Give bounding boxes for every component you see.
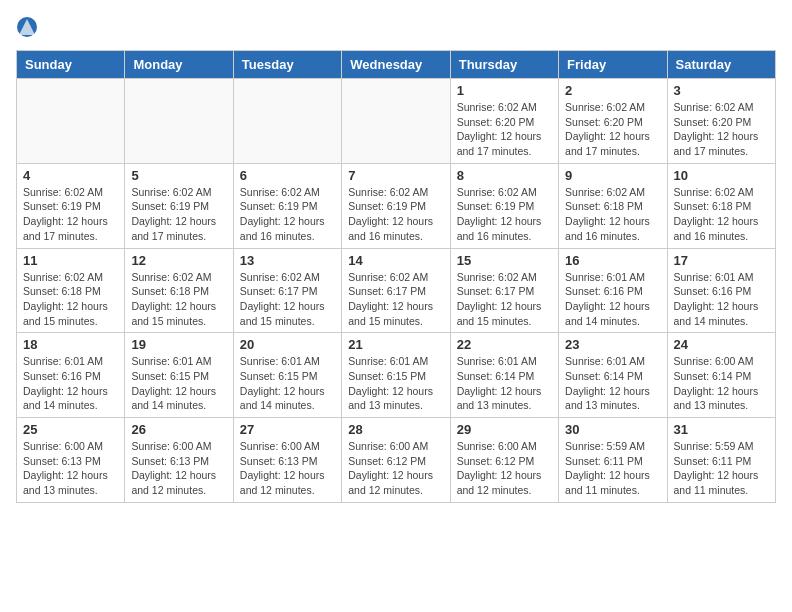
day-info: Sunrise: 6:01 AM Sunset: 6:15 PM Dayligh…: [131, 354, 226, 413]
day-info: Sunrise: 6:01 AM Sunset: 6:16 PM Dayligh…: [565, 270, 660, 329]
logo-icon: [16, 16, 38, 38]
calendar-cell: 7Sunrise: 6:02 AM Sunset: 6:19 PM Daylig…: [342, 163, 450, 248]
day-info: Sunrise: 6:00 AM Sunset: 6:13 PM Dayligh…: [240, 439, 335, 498]
day-number: 13: [240, 253, 335, 268]
calendar-day-header: Monday: [125, 51, 233, 79]
calendar-cell: 26Sunrise: 6:00 AM Sunset: 6:13 PM Dayli…: [125, 418, 233, 503]
day-number: 15: [457, 253, 552, 268]
calendar-week-row: 1Sunrise: 6:02 AM Sunset: 6:20 PM Daylig…: [17, 79, 776, 164]
day-number: 24: [674, 337, 769, 352]
day-info: Sunrise: 6:02 AM Sunset: 6:20 PM Dayligh…: [457, 100, 552, 159]
header: [16, 16, 776, 38]
logo: [16, 16, 40, 38]
day-info: Sunrise: 6:01 AM Sunset: 6:14 PM Dayligh…: [565, 354, 660, 413]
day-number: 20: [240, 337, 335, 352]
calendar-cell: 19Sunrise: 6:01 AM Sunset: 6:15 PM Dayli…: [125, 333, 233, 418]
calendar-cell: 15Sunrise: 6:02 AM Sunset: 6:17 PM Dayli…: [450, 248, 558, 333]
day-info: Sunrise: 6:01 AM Sunset: 6:16 PM Dayligh…: [23, 354, 118, 413]
calendar-week-row: 4Sunrise: 6:02 AM Sunset: 6:19 PM Daylig…: [17, 163, 776, 248]
day-number: 26: [131, 422, 226, 437]
day-number: 19: [131, 337, 226, 352]
calendar-cell: 24Sunrise: 6:00 AM Sunset: 6:14 PM Dayli…: [667, 333, 775, 418]
day-info: Sunrise: 6:01 AM Sunset: 6:14 PM Dayligh…: [457, 354, 552, 413]
day-number: 3: [674, 83, 769, 98]
day-number: 30: [565, 422, 660, 437]
day-info: Sunrise: 6:02 AM Sunset: 6:18 PM Dayligh…: [131, 270, 226, 329]
day-info: Sunrise: 6:02 AM Sunset: 6:20 PM Dayligh…: [565, 100, 660, 159]
calendar-cell: [17, 79, 125, 164]
calendar-cell: 28Sunrise: 6:00 AM Sunset: 6:12 PM Dayli…: [342, 418, 450, 503]
day-number: 8: [457, 168, 552, 183]
day-number: 29: [457, 422, 552, 437]
calendar-cell: 8Sunrise: 6:02 AM Sunset: 6:19 PM Daylig…: [450, 163, 558, 248]
calendar-week-row: 11Sunrise: 6:02 AM Sunset: 6:18 PM Dayli…: [17, 248, 776, 333]
day-info: Sunrise: 6:01 AM Sunset: 6:16 PM Dayligh…: [674, 270, 769, 329]
calendar-day-header: Wednesday: [342, 51, 450, 79]
day-number: 31: [674, 422, 769, 437]
calendar-cell: 23Sunrise: 6:01 AM Sunset: 6:14 PM Dayli…: [559, 333, 667, 418]
calendar-cell: [233, 79, 341, 164]
day-number: 14: [348, 253, 443, 268]
day-info: Sunrise: 6:02 AM Sunset: 6:18 PM Dayligh…: [674, 185, 769, 244]
day-number: 5: [131, 168, 226, 183]
calendar-cell: 9Sunrise: 6:02 AM Sunset: 6:18 PM Daylig…: [559, 163, 667, 248]
day-number: 1: [457, 83, 552, 98]
calendar-day-header: Friday: [559, 51, 667, 79]
day-number: 9: [565, 168, 660, 183]
calendar-day-header: Saturday: [667, 51, 775, 79]
calendar-cell: 4Sunrise: 6:02 AM Sunset: 6:19 PM Daylig…: [17, 163, 125, 248]
day-number: 7: [348, 168, 443, 183]
day-number: 4: [23, 168, 118, 183]
day-info: Sunrise: 6:02 AM Sunset: 6:20 PM Dayligh…: [674, 100, 769, 159]
calendar-cell: 5Sunrise: 6:02 AM Sunset: 6:19 PM Daylig…: [125, 163, 233, 248]
day-info: Sunrise: 6:02 AM Sunset: 6:19 PM Dayligh…: [131, 185, 226, 244]
calendar-day-header: Thursday: [450, 51, 558, 79]
calendar-header-row: SundayMondayTuesdayWednesdayThursdayFrid…: [17, 51, 776, 79]
calendar-cell: 22Sunrise: 6:01 AM Sunset: 6:14 PM Dayli…: [450, 333, 558, 418]
day-number: 6: [240, 168, 335, 183]
calendar-cell: 6Sunrise: 6:02 AM Sunset: 6:19 PM Daylig…: [233, 163, 341, 248]
day-info: Sunrise: 6:02 AM Sunset: 6:18 PM Dayligh…: [565, 185, 660, 244]
day-info: Sunrise: 6:02 AM Sunset: 6:19 PM Dayligh…: [348, 185, 443, 244]
day-number: 28: [348, 422, 443, 437]
calendar-cell: 3Sunrise: 6:02 AM Sunset: 6:20 PM Daylig…: [667, 79, 775, 164]
calendar-cell: 11Sunrise: 6:02 AM Sunset: 6:18 PM Dayli…: [17, 248, 125, 333]
calendar-day-header: Sunday: [17, 51, 125, 79]
day-number: 25: [23, 422, 118, 437]
day-number: 18: [23, 337, 118, 352]
calendar-week-row: 25Sunrise: 6:00 AM Sunset: 6:13 PM Dayli…: [17, 418, 776, 503]
calendar-cell: 17Sunrise: 6:01 AM Sunset: 6:16 PM Dayli…: [667, 248, 775, 333]
day-info: Sunrise: 6:00 AM Sunset: 6:13 PM Dayligh…: [131, 439, 226, 498]
calendar-cell: 31Sunrise: 5:59 AM Sunset: 6:11 PM Dayli…: [667, 418, 775, 503]
calendar-cell: 12Sunrise: 6:02 AM Sunset: 6:18 PM Dayli…: [125, 248, 233, 333]
day-info: Sunrise: 6:00 AM Sunset: 6:13 PM Dayligh…: [23, 439, 118, 498]
calendar-cell: 2Sunrise: 6:02 AM Sunset: 6:20 PM Daylig…: [559, 79, 667, 164]
calendar-cell: 14Sunrise: 6:02 AM Sunset: 6:17 PM Dayli…: [342, 248, 450, 333]
calendar-cell: 10Sunrise: 6:02 AM Sunset: 6:18 PM Dayli…: [667, 163, 775, 248]
day-number: 12: [131, 253, 226, 268]
day-number: 16: [565, 253, 660, 268]
day-info: Sunrise: 6:02 AM Sunset: 6:17 PM Dayligh…: [457, 270, 552, 329]
day-number: 10: [674, 168, 769, 183]
calendar-cell: 13Sunrise: 6:02 AM Sunset: 6:17 PM Dayli…: [233, 248, 341, 333]
day-info: Sunrise: 6:02 AM Sunset: 6:18 PM Dayligh…: [23, 270, 118, 329]
calendar-cell: 1Sunrise: 6:02 AM Sunset: 6:20 PM Daylig…: [450, 79, 558, 164]
day-info: Sunrise: 6:01 AM Sunset: 6:15 PM Dayligh…: [240, 354, 335, 413]
calendar-week-row: 18Sunrise: 6:01 AM Sunset: 6:16 PM Dayli…: [17, 333, 776, 418]
calendar-cell: 25Sunrise: 6:00 AM Sunset: 6:13 PM Dayli…: [17, 418, 125, 503]
day-info: Sunrise: 6:02 AM Sunset: 6:19 PM Dayligh…: [240, 185, 335, 244]
day-number: 22: [457, 337, 552, 352]
calendar-cell: 29Sunrise: 6:00 AM Sunset: 6:12 PM Dayli…: [450, 418, 558, 503]
calendar-cell: 16Sunrise: 6:01 AM Sunset: 6:16 PM Dayli…: [559, 248, 667, 333]
day-info: Sunrise: 6:00 AM Sunset: 6:14 PM Dayligh…: [674, 354, 769, 413]
day-number: 11: [23, 253, 118, 268]
calendar-table: SundayMondayTuesdayWednesdayThursdayFrid…: [16, 50, 776, 503]
day-info: Sunrise: 6:02 AM Sunset: 6:17 PM Dayligh…: [348, 270, 443, 329]
calendar-cell: 30Sunrise: 5:59 AM Sunset: 6:11 PM Dayli…: [559, 418, 667, 503]
calendar-cell: [342, 79, 450, 164]
calendar-cell: 20Sunrise: 6:01 AM Sunset: 6:15 PM Dayli…: [233, 333, 341, 418]
calendar-cell: 18Sunrise: 6:01 AM Sunset: 6:16 PM Dayli…: [17, 333, 125, 418]
day-info: Sunrise: 6:01 AM Sunset: 6:15 PM Dayligh…: [348, 354, 443, 413]
day-number: 27: [240, 422, 335, 437]
calendar-cell: [125, 79, 233, 164]
